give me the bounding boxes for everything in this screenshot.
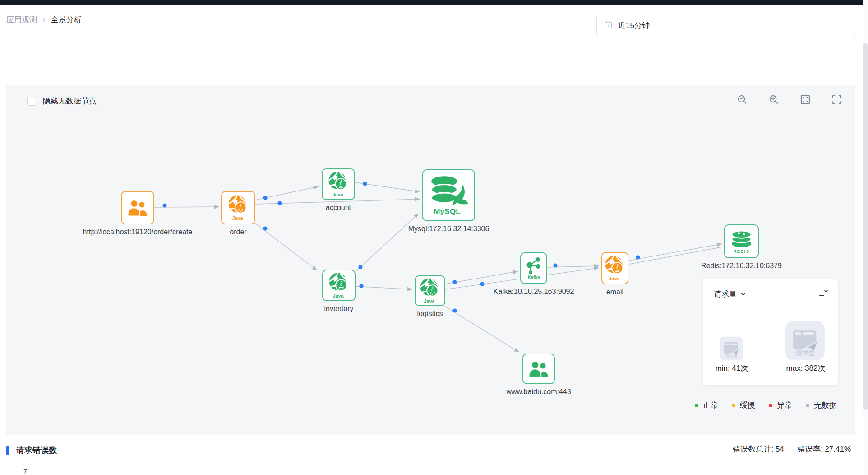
edge-arrowhead bbox=[312, 266, 317, 270]
edge-traffic-dot bbox=[359, 284, 363, 288]
edge-traffic-dot bbox=[480, 282, 484, 286]
request-volume-legend-card: 请求量 请求量 请求量 min: 41次 max: 382次 bbox=[703, 279, 838, 385]
top-app-bar bbox=[0, 0, 868, 5]
legend-item-nodata: 无数据 bbox=[806, 400, 837, 410]
edge-traffic-dot bbox=[263, 226, 267, 230]
request-volume-max-node-icon: 请求量 bbox=[784, 320, 826, 363]
edge-traffic-dot bbox=[162, 203, 166, 207]
svg-text:请求量: 请求量 bbox=[725, 354, 738, 359]
svg-text:Kafka: Kafka bbox=[527, 275, 540, 280]
svg-text:Java: Java bbox=[609, 276, 620, 281]
edge-arrowhead bbox=[716, 242, 722, 247]
edge-email-to-redis bbox=[629, 244, 722, 261]
graph-node-label-entry-localhost: http://localhost:19120/order/create bbox=[83, 228, 193, 236]
graph-node-label-account: account bbox=[326, 204, 351, 212]
page-header: 应用观测 › 全景分析 7 近15分钟 bbox=[0, 5, 868, 34]
graph-node-mysql[interactable]: MySQL bbox=[422, 169, 475, 221]
svg-text:Java: Java bbox=[332, 293, 344, 298]
metric-selector-dropdown[interactable]: 请求量 bbox=[714, 289, 747, 299]
call-relation-section-header: 调用关系 bbox=[0, 45, 868, 79]
graph-node-account[interactable]: Java bbox=[322, 168, 355, 200]
graph-node-label-mysql: Mysql:172.16.32.14:3306 bbox=[408, 225, 489, 233]
svg-text:MySQL: MySQL bbox=[434, 206, 461, 215]
edge-arrowhead bbox=[512, 270, 518, 274]
page-scrollbar bbox=[863, 0, 868, 475]
java-icon: Java bbox=[228, 195, 249, 221]
graph-node-baidu[interactable] bbox=[522, 354, 555, 384]
zoom-out-icon[interactable] bbox=[737, 94, 748, 105]
error-rate: 错误率: 27.41% bbox=[798, 444, 851, 454]
app-observe-page: 应用观测 › 全景分析 7 近15分钟 调用关系 bbox=[0, 0, 868, 475]
legend-item-error: 异常 bbox=[769, 400, 792, 410]
java-icon: Java bbox=[605, 255, 626, 282]
edge-arrowhead bbox=[214, 205, 219, 209]
edge-order-to-inventory bbox=[254, 222, 317, 270]
edge-arrowhead bbox=[407, 287, 412, 291]
error-total: 错误数总计: 54 bbox=[733, 444, 784, 454]
legend-dot-slow bbox=[732, 404, 735, 407]
time-range-picker[interactable]: 7 近15分钟 bbox=[596, 15, 856, 36]
hide-empty-nodes-checkbox[interactable] bbox=[27, 97, 36, 106]
edge-arrowhead bbox=[313, 186, 319, 190]
title-accent-bar bbox=[6, 446, 9, 455]
legend-label-normal: 正常 bbox=[703, 400, 718, 410]
graph-node-label-redis: Redis:172.16.32.10:6379 bbox=[701, 262, 782, 270]
request-volume-min-node-icon: 请求量 bbox=[719, 336, 744, 363]
edge-traffic-dot bbox=[363, 182, 367, 186]
edge-traffic-dot bbox=[452, 280, 457, 284]
edge-traffic-dot bbox=[358, 265, 362, 269]
redis-icon: REDIS bbox=[729, 228, 754, 255]
edge-arrowhead bbox=[514, 348, 519, 352]
status-legend: 正常缓慢异常无数据 bbox=[695, 400, 837, 410]
graph-node-logistics[interactable]: Java bbox=[415, 275, 445, 306]
edge-arrowhead bbox=[415, 189, 420, 193]
edge-inventory-to-mysql bbox=[356, 214, 419, 271]
hide-empty-nodes-control: 隐藏无数据节点 bbox=[27, 96, 97, 106]
calendar-icon: 7 bbox=[604, 20, 613, 31]
breadcrumb-app-observe[interactable]: 应用观测 bbox=[6, 14, 37, 25]
graph-node-label-order: order bbox=[230, 228, 246, 236]
fit-view-icon[interactable] bbox=[800, 94, 811, 105]
svg-text:Java: Java bbox=[232, 215, 243, 221]
java-icon: Java bbox=[328, 272, 350, 299]
breadcrumb-separator-icon: › bbox=[42, 14, 46, 23]
topology-graph-panel: http://localhost:19120/order/create Java… bbox=[6, 85, 855, 435]
edge-arrowhead bbox=[415, 197, 420, 201]
graph-node-label-email: email bbox=[606, 288, 623, 296]
breadcrumb: 应用观测 › 全景分析 bbox=[6, 5, 82, 34]
legend-label-error: 异常 bbox=[777, 400, 792, 410]
java-icon: Java bbox=[420, 278, 441, 304]
legend-dot-error bbox=[769, 404, 772, 407]
users-icon bbox=[528, 360, 549, 377]
scrollbar-thumb[interactable] bbox=[863, 43, 868, 410]
graph-node-inventory[interactable]: Java bbox=[322, 270, 356, 301]
legend-item-slow: 缓慢 bbox=[732, 400, 755, 410]
breadcrumb-panorama: 全景分析 bbox=[51, 14, 82, 25]
error-stats: 错误数总计: 54 错误率: 27.41% bbox=[733, 444, 851, 454]
fullscreen-icon[interactable] bbox=[831, 94, 842, 105]
zoom-in-icon[interactable] bbox=[768, 94, 779, 105]
edge-traffic-dot bbox=[452, 308, 457, 312]
graph-node-label-kafka: Kafka:10.10.25.163:9092 bbox=[494, 288, 574, 296]
svg-text:请求量: 请求量 bbox=[795, 349, 815, 357]
edge-traffic-dot bbox=[277, 201, 282, 205]
request-errors-title: 请求错误数 bbox=[6, 445, 57, 456]
hide-empty-nodes-label: 隐藏无数据节点 bbox=[43, 96, 97, 106]
svg-text:Java: Java bbox=[424, 298, 435, 304]
graph-node-entry-localhost[interactable] bbox=[121, 191, 154, 224]
legend-dot-nodata bbox=[806, 404, 809, 407]
edge-inventory-to-logistics bbox=[356, 286, 412, 289]
time-range-value: 近15分钟 bbox=[618, 20, 650, 31]
graph-node-kafka[interactable]: Kafka bbox=[520, 252, 547, 284]
request-volume-min-label: min: 41次 bbox=[716, 363, 748, 373]
kafka-icon: Kafka bbox=[524, 256, 544, 281]
graph-node-label-logistics: logistics bbox=[417, 310, 443, 318]
legend-collapse-icon[interactable] bbox=[818, 289, 829, 299]
header-divider bbox=[0, 34, 868, 34]
graph-node-email[interactable]: Java bbox=[601, 252, 628, 284]
graph-node-redis[interactable]: REDIS bbox=[724, 224, 759, 258]
mysql-icon: MySQL bbox=[427, 174, 471, 217]
graph-node-order[interactable]: Java bbox=[221, 191, 255, 224]
request-errors-section-header: 请求错误数 错误数总计: 54 错误率: 27.41% bbox=[0, 440, 868, 463]
request-volume-max-label: max: 382次 bbox=[786, 363, 826, 373]
